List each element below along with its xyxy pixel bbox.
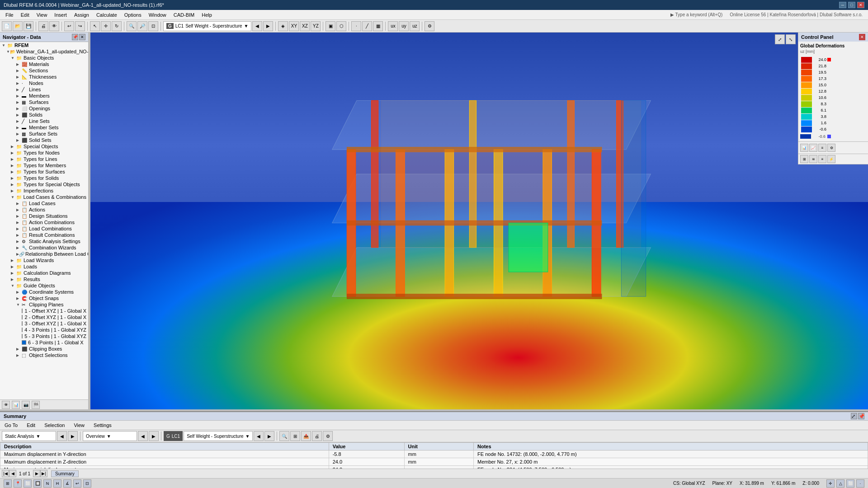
summary-edit[interactable]: Edit (24, 422, 38, 429)
nav-nodes[interactable]: ▶ · Nodes (0, 80, 88, 86)
undo-button[interactable]: ↩ (64, 21, 74, 31)
status-snap-2[interactable]: △ (836, 479, 844, 488)
nav-types-nodes[interactable]: ▶ 📁 Types for Nodes (0, 150, 88, 156)
cp-view2-button[interactable]: ≋ (809, 155, 817, 163)
status-icon-6[interactable]: H (53, 479, 61, 488)
nav-types-members[interactable]: ▶ 📁 Types for Members (0, 162, 88, 169)
nav-solid-sets[interactable]: ▶ ⬛ Solid Sets (0, 137, 88, 143)
result-print-button[interactable]: 🖨 (312, 431, 322, 441)
nav-object-snaps[interactable]: ▶ 🧲 Object Snaps (0, 295, 88, 301)
nav-load-wizards[interactable]: ▶ 📁 Load Wizards (0, 257, 88, 263)
maximize-button[interactable]: □ (848, 2, 855, 8)
nav-lines[interactable]: ▶ ╱ Lines (0, 86, 88, 93)
cp-view1-button[interactable]: ⊞ (800, 155, 808, 163)
summary-goto[interactable]: Go To (2, 422, 20, 429)
nav-actions[interactable]: ▶ 📋 Actions (0, 206, 88, 213)
nav-thicknesses[interactable]: ▶ 📐 Thicknesses (0, 74, 88, 80)
nav-solids[interactable]: ▶ ⬛ Solids (0, 112, 88, 118)
analysis-next-button[interactable]: ▶ (68, 431, 78, 441)
nav-load-cases[interactable]: ▶ 📋 Load Cases (0, 200, 88, 206)
nav-line-sets[interactable]: ▶ ╱ Line Sets (0, 118, 88, 124)
nav-guide-objects[interactable]: ▼ 📁 Guide Objects (0, 282, 88, 289)
cp-settings-button[interactable]: ⚙ (827, 144, 835, 152)
lc-next-button[interactable]: ▶ (264, 431, 274, 441)
analysis-prev-button[interactable]: ◀ (57, 431, 67, 441)
nav-member-sets[interactable]: ▶ ▬ Member Sets (0, 124, 88, 131)
result-settings-button[interactable]: ⚙ (323, 431, 333, 441)
prev-page-button[interactable]: ◀ (9, 470, 16, 477)
control-panel-close[interactable]: ✕ (859, 34, 865, 40)
menu-file[interactable]: File (2, 11, 17, 19)
status-icon-3[interactable]: ⬜ (24, 479, 32, 488)
zoom-out-button[interactable]: 🔎 (137, 21, 147, 31)
open-button[interactable]: 📂 (13, 21, 23, 31)
result-export-button[interactable]: 📤 (301, 431, 311, 441)
viewport-restore[interactable]: ⤡ (786, 34, 796, 44)
viewport-maximize[interactable]: ⤢ (775, 34, 785, 44)
nav-clip-2[interactable]: 2 - Offset XYZ | 1 - Global X (0, 314, 88, 320)
move-button[interactable]: ✛ (101, 21, 111, 31)
nav-coord-systems[interactable]: ▶ 🔵 Coordinate Systems (0, 289, 88, 295)
overview-next-button[interactable]: ▶ (149, 431, 159, 441)
cp-list-button[interactable]: ≡ (818, 144, 826, 152)
nav-imperfections[interactable]: ▶ 📁 Imperfections (0, 188, 88, 194)
view-yz-button[interactable]: YZ (311, 21, 321, 31)
nav-clipping-planes[interactable]: ▼ ✂ Clipping Planes (0, 301, 88, 308)
member-icon-button[interactable]: ╱ (362, 21, 372, 31)
nav-loads[interactable]: ▶ 📁 Loads (0, 263, 88, 270)
settings-button[interactable]: ⚙ (425, 21, 434, 31)
cp-view3-button[interactable]: ≡ (818, 155, 826, 163)
nav-results[interactable]: ▶ 📁 Results (0, 276, 88, 282)
nav-load-cases-comb[interactable]: ▼ 📁 Load Cases & Combinations (0, 194, 88, 200)
nav-types-lines[interactable]: ▶ 📁 Types for Lines (0, 156, 88, 162)
menu-options[interactable]: Options (121, 11, 145, 19)
nav-camera-button[interactable]: 📷 (22, 401, 30, 409)
nav-design-situations[interactable]: ▶ 📋 Design Situations (0, 213, 88, 219)
nav-data-button[interactable]: 📊 (12, 401, 20, 409)
print-button[interactable]: 🖨 (38, 21, 48, 31)
nav-flag-button[interactable]: 🏁 (32, 401, 40, 409)
view3d-button[interactable]: ◈ (278, 21, 288, 31)
bottom-pin-button[interactable]: 📌 (858, 413, 864, 419)
node-icon-button[interactable]: · (351, 21, 361, 31)
minimize-button[interactable]: ─ (839, 2, 846, 8)
status-snap-3[interactable]: ⬜ (846, 479, 854, 488)
nav-clip-5[interactable]: 5 - 3 Points | 1 - Global XYZ (0, 333, 88, 339)
overview-dropdown[interactable]: Overview ▼ (83, 431, 137, 441)
nav-action-combinations[interactable]: ▶ 📋 Action Combinations (0, 219, 88, 225)
nav-calc-diagrams[interactable]: ▶ 📁 Calculation Diagrams (0, 270, 88, 276)
print-preview-button[interactable]: 👁 (49, 21, 59, 31)
nav-clipping-boxes[interactable]: ▶ ⬛ Clipping Boxes (0, 346, 88, 352)
nav-project[interactable]: ▼ 📂 Webinar_GA-1_all-updated_NO-resul (0, 48, 88, 55)
zoom-in-button[interactable]: 🔍 (127, 21, 137, 31)
result-search-button[interactable]: 🔍 (279, 431, 289, 441)
nav-special-objects[interactable]: ▶ 📁 Special Objects (0, 143, 88, 150)
analysis-type-dropdown[interactable]: Static Analysis ▼ (2, 431, 56, 441)
nav-static-analysis[interactable]: ▶ ⚙ Static Analysis Settings (0, 238, 88, 244)
view-xz-button[interactable]: XZ (300, 21, 310, 31)
nav-clip-3[interactable]: 3 - Offset XYZ | 1 - Global X (0, 320, 88, 327)
cp-view4-button[interactable]: ⚡ (827, 155, 835, 163)
status-icon-4[interactable]: 🔲 (33, 479, 42, 488)
nav-surfaces[interactable]: ▶ ▦ Surfaces (0, 99, 88, 105)
status-icon-8[interactable]: ↩ (73, 479, 81, 488)
cp-table-button[interactable]: 📊 (800, 144, 808, 152)
nav-combination-wizards[interactable]: ▶ 🔧 Combination Wizards (0, 244, 88, 251)
deform-x-button[interactable]: ux (388, 21, 398, 31)
next-page-button[interactable]: ▶ (33, 470, 40, 477)
status-icon-1[interactable]: ⊞ (4, 479, 12, 488)
lc-name-dropdown[interactable]: Self Weight - Superstructure ▼ (184, 431, 253, 441)
view-xy-button[interactable]: XY (289, 21, 299, 31)
menu-insert[interactable]: Insert (51, 11, 71, 19)
menu-help[interactable]: Help (198, 11, 216, 19)
next-lc-button[interactable]: ▶ (263, 21, 273, 31)
bottom-expand-button[interactable]: ⤢ (851, 413, 857, 419)
viewport-3d[interactable]: Control Panel ✕ Global Deformations uz [… (90, 33, 868, 409)
status-snap-4[interactable]: · (856, 479, 864, 488)
lc-dropdown[interactable]: G LC1 Self Weight - Superstructure ▼ (163, 21, 251, 31)
menu-view[interactable]: View (33, 11, 51, 19)
summary-view[interactable]: View (71, 422, 87, 429)
summary-selection[interactable]: Selection (42, 422, 67, 429)
nav-result-combinations[interactable]: ▶ 📋 Result Combinations (0, 232, 88, 238)
status-snap-1[interactable]: ✛ (826, 479, 835, 488)
